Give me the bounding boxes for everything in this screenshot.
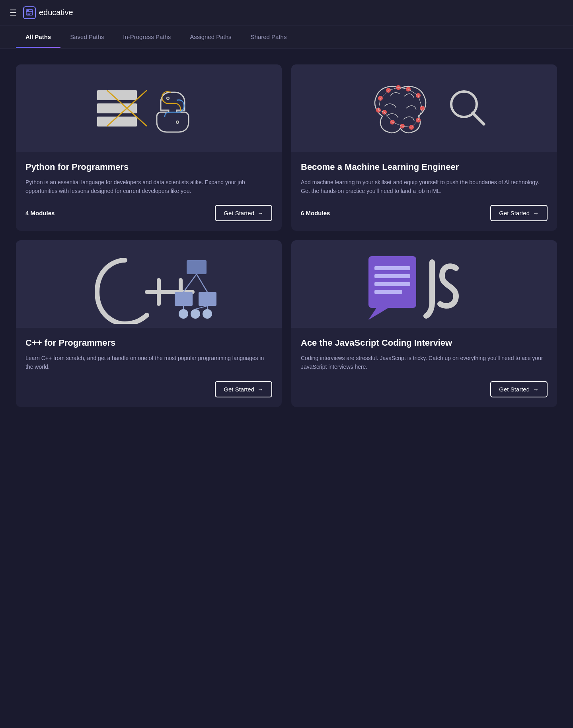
svg-line-49 xyxy=(197,274,207,292)
cpp-illustration xyxy=(16,240,282,328)
card-footer-cpp: Get Started → xyxy=(25,381,272,397)
tab-assigned-paths[interactable]: Assigned Paths xyxy=(180,25,241,48)
svg-rect-47 xyxy=(199,292,216,306)
hamburger-icon[interactable]: ☰ xyxy=(10,8,17,18)
python-illustration xyxy=(16,64,282,152)
card-footer-js: Get Started → xyxy=(301,381,548,397)
tab-saved-paths[interactable]: Saved Paths xyxy=(60,25,113,48)
tabs-nav: All Paths Saved Paths In-Progress Paths … xyxy=(0,25,573,49)
svg-point-3 xyxy=(28,10,29,11)
svg-line-27 xyxy=(380,90,388,98)
card-title-python: Python for Programmers xyxy=(25,162,272,173)
svg-rect-59 xyxy=(374,282,410,286)
tab-in-progress-paths[interactable]: In-Progress Paths xyxy=(113,25,180,48)
ml-illustration xyxy=(291,64,557,152)
card-image-js xyxy=(291,240,557,328)
get-started-button-python[interactable]: Get Started → xyxy=(215,205,272,221)
svg-rect-60 xyxy=(374,290,402,294)
svg-rect-57 xyxy=(374,266,410,270)
modules-count-ml: 6 Modules xyxy=(301,210,330,216)
card-image-ml xyxy=(291,64,557,152)
svg-line-32 xyxy=(418,108,422,120)
svg-point-13 xyxy=(167,97,169,99)
card-title-js: Ace the JavaScript Coding Interview xyxy=(301,337,548,349)
card-python-programmers: Python for Programmers Python is an esse… xyxy=(16,64,282,231)
card-image-cpp xyxy=(16,240,282,328)
svg-line-36 xyxy=(392,122,402,126)
svg-line-30 xyxy=(408,89,418,95)
logo-text: educative xyxy=(39,8,73,17)
main-content: Python for Programmers Python is an esse… xyxy=(0,49,573,423)
card-title-ml: Become a Machine Learning Engineer xyxy=(301,162,548,173)
logo-container: educative xyxy=(23,6,73,19)
logo-icon xyxy=(23,6,36,19)
card-desc-cpp: Learn C++ from scratch, and get a handle… xyxy=(25,354,272,372)
get-started-button-js[interactable]: Get Started → xyxy=(490,381,548,397)
svg-point-51 xyxy=(191,309,200,319)
svg-line-38 xyxy=(411,120,418,127)
svg-point-2 xyxy=(27,10,28,11)
js-illustration xyxy=(291,240,557,328)
card-desc-python: Python is an essential language for deve… xyxy=(25,178,272,196)
header: ☰ educative xyxy=(0,0,573,25)
card-cpp-programmers: C++ for Programmers Learn C++ from scrat… xyxy=(16,240,282,407)
card-desc-js: Coding interviews are stressful. JavaScr… xyxy=(301,354,548,372)
card-footer-ml: 6 Modules Get Started → xyxy=(301,205,548,221)
svg-point-52 xyxy=(203,309,212,319)
card-body-cpp: C++ for Programmers Learn C++ from scrat… xyxy=(16,328,282,407)
cards-grid: Python for Programmers Python is an esse… xyxy=(16,64,557,407)
svg-line-54 xyxy=(195,306,207,309)
svg-point-50 xyxy=(179,309,188,319)
svg-line-40 xyxy=(473,113,484,124)
tab-shared-paths[interactable]: Shared Paths xyxy=(241,25,296,48)
svg-rect-46 xyxy=(175,292,193,306)
card-body-python: Python for Programmers Python is an esse… xyxy=(16,152,282,231)
svg-line-48 xyxy=(183,274,197,292)
card-machine-learning: Become a Machine Learning Engineer Add m… xyxy=(291,64,557,231)
card-javascript-interview: Ace the JavaScript Coding Interview Codi… xyxy=(291,240,557,407)
get-started-button-ml[interactable]: Get Started → xyxy=(490,205,548,221)
svg-marker-61 xyxy=(368,308,388,320)
card-desc-ml: Add machine learning to your skillset an… xyxy=(301,178,548,196)
svg-line-31 xyxy=(418,95,422,108)
modules-count-python: 4 Modules xyxy=(25,210,55,216)
card-body-js: Ace the JavaScript Coding Interview Codi… xyxy=(291,328,557,407)
get-started-button-cpp[interactable]: Get Started → xyxy=(215,381,272,397)
card-footer-python: 4 Modules Get Started → xyxy=(25,205,272,221)
tab-all-paths[interactable]: All Paths xyxy=(16,25,60,48)
svg-rect-8 xyxy=(97,117,137,127)
card-body-ml: Become a Machine Learning Engineer Add m… xyxy=(291,152,557,231)
svg-point-14 xyxy=(177,121,178,123)
card-title-cpp: C++ for Programmers xyxy=(25,337,272,349)
svg-rect-45 xyxy=(187,260,207,274)
svg-rect-58 xyxy=(374,274,410,278)
card-image-python xyxy=(16,64,282,152)
